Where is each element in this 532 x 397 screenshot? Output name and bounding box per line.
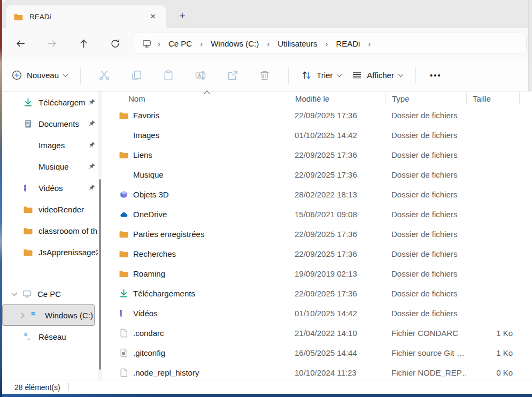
up-button[interactable] (76, 36, 90, 50)
sidebar-item-documents[interactable]: Documents (2, 113, 102, 134)
new-button-label: Nouveau (27, 71, 59, 80)
column-headers: Nom Modifié le Type Taille (105, 91, 532, 105)
file-row-objets-3d[interactable]: Objets 3D 28/02/2022 18:13 Dossier de fi… (105, 185, 532, 204)
network-icon (24, 332, 33, 341)
more-options-button[interactable]: ••• (423, 67, 448, 83)
plus-circle-icon (12, 70, 22, 80)
sidebar-item-videos[interactable]: Vidéos (2, 177, 102, 198)
window-right-edge (528, 0, 532, 91)
rename-icon (195, 70, 206, 81)
file-row-onedrive[interactable]: OneDrive 15/06/2021 09:08 Dossier de fic… (105, 204, 532, 224)
folder-icon (24, 205, 33, 214)
folder-icon (14, 12, 23, 21)
back-button[interactable] (13, 36, 27, 50)
file-row-telechargements[interactable]: Téléchargements 22/09/2025 17:36 Dossier… (105, 284, 532, 303)
sort-button[interactable]: Trier (296, 66, 346, 84)
this-pc-monitor-icon[interactable] (142, 39, 151, 48)
content-area: Téléchargem Documents Images Musique Vid (2, 91, 532, 380)
share-icon (227, 70, 238, 81)
file-row-musique[interactable]: Musique 22/09/2025 17:36 Dossier de fich… (105, 165, 532, 185)
sidebar-scrollbar-thumb[interactable] (99, 179, 101, 370)
chevron-down-icon (63, 72, 68, 77)
toolbar-divider (80, 67, 81, 83)
music-icon (24, 162, 33, 171)
video-icon (119, 309, 128, 318)
file-row-videos[interactable]: Vidéos 01/10/2025 14:42 Dossier de fichi… (105, 303, 532, 323)
column-header-name[interactable]: Nom (105, 91, 289, 105)
folder-icon (119, 269, 128, 278)
view-button[interactable]: Afficher (346, 66, 408, 84)
file-row-recherches[interactable]: Recherches 22/09/2025 17:36 Dossier de f… (105, 244, 532, 264)
tab-bar: READi × + (2, 0, 532, 28)
toolbar-divider (288, 67, 289, 83)
sidebar-item-images[interactable]: Images (2, 134, 102, 156)
breadcrumb-utilisateurs[interactable]: Utilisateurs (276, 39, 319, 49)
sidebar-item-musique[interactable]: Musique (2, 156, 102, 177)
navigation-sidebar: Téléchargem Documents Images Musique Vid (2, 91, 102, 380)
folder-icon (119, 230, 128, 239)
trash-icon (259, 70, 270, 81)
breadcrumb-separator-icon: › (158, 39, 160, 48)
drive-icon (30, 311, 39, 320)
chevron-right-icon[interactable] (17, 311, 26, 319)
folder-icon (24, 248, 33, 257)
download-icon (119, 289, 128, 298)
file-row-parties-enregistrees[interactable]: Parties enregistrées 22/09/2025 17:36 Do… (105, 224, 532, 244)
sidebar-item-videorender[interactable]: videoRender (2, 198, 102, 220)
cut-icon (99, 70, 110, 81)
breadcrumb-readi[interactable]: READi (334, 39, 361, 49)
address-bar[interactable]: › Ce PC › Windows (C:) › Utilisateurs › … (134, 33, 527, 54)
refresh-button[interactable] (108, 36, 122, 50)
copy-icon (131, 70, 142, 81)
file-row-condarc[interactable]: .condarc 21/04/2022 14:10 Fichier CONDAR… (105, 323, 532, 343)
breadcrumb-separator-icon: › (267, 39, 269, 48)
cut-button[interactable] (92, 65, 116, 86)
sidebar-item-ce-pc[interactable]: Ce PC (2, 283, 102, 304)
breadcrumb-windows-c[interactable]: Windows (C:) (209, 39, 260, 49)
delete-button[interactable] (253, 65, 276, 86)
breadcrumb-separator-icon: › (368, 39, 371, 48)
share-button[interactable] (221, 65, 244, 86)
paste-icon (163, 70, 174, 81)
pin-icon (88, 120, 96, 127)
column-header-size[interactable]: Taille (466, 93, 520, 104)
breadcrumb-separator-icon: › (325, 39, 328, 48)
back-icon (16, 39, 26, 49)
chevron-down-icon[interactable] (10, 289, 18, 298)
pin-icon (88, 141, 96, 149)
column-header-type[interactable]: Type (385, 93, 466, 104)
copy-button[interactable] (125, 65, 148, 86)
file-row-favoris[interactable]: Favoris 22/09/2025 17:36 Dossier de fich… (105, 105, 532, 125)
pin-icon (88, 98, 96, 106)
folder-icon (119, 249, 128, 258)
sidebar-item-jsapprenissage[interactable]: JsApprenissage2 (2, 241, 102, 263)
paste-button[interactable] (157, 65, 180, 86)
new-tab-button[interactable]: + (174, 9, 190, 24)
tab-readi[interactable]: READi × (6, 5, 166, 28)
forward-button[interactable] (45, 36, 59, 50)
video-icon (24, 184, 33, 193)
toolbar-divider (415, 67, 416, 83)
folder-icon (24, 226, 33, 235)
new-button[interactable]: Nouveau (6, 66, 73, 84)
sort-ascending-icon (204, 90, 210, 96)
file-row-liens[interactable]: Liens 22/09/2025 17:36 Dossier de fichie… (105, 145, 532, 165)
file-row-roaming[interactable]: Roaming 19/09/2019 02:13 Dossier de fich… (105, 264, 532, 284)
breadcrumb-ce-pc[interactable]: Ce PC (167, 39, 194, 49)
sidebar-item-classroom[interactable]: classrooom of th (2, 220, 102, 241)
file-icon (119, 329, 128, 338)
document-icon (24, 119, 33, 128)
file-row-gitconfig[interactable]: .gitconfig 16/05/2025 14:44 Fichier sour… (105, 343, 532, 363)
up-icon (79, 39, 89, 49)
gear-file-icon (119, 348, 128, 357)
view-button-label: Afficher (367, 71, 394, 80)
rename-button[interactable] (189, 65, 212, 86)
file-list: Nom Modifié le Type Taille Favoris 22/09… (105, 91, 532, 380)
sidebar-item-windows-c-selected[interactable]: Windows (C:) (2, 304, 95, 326)
file-row-images[interactable]: Images 01/10/2025 14:42 Dossier de fichi… (105, 125, 532, 145)
sidebar-item-telechargements[interactable]: Téléchargem (2, 91, 102, 113)
close-tab-icon[interactable]: × (147, 10, 159, 23)
view-lines-icon (352, 70, 362, 80)
column-header-modified[interactable]: Modifié le (289, 93, 385, 104)
sidebar-item-reseau[interactable]: Réseau (2, 326, 102, 347)
